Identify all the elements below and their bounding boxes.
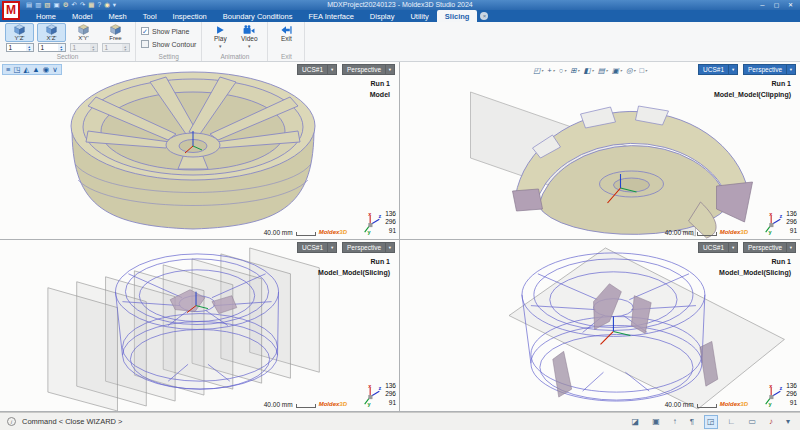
tab-slicing[interactable]: Slicing [437,10,478,22]
close-button[interactable]: ✕ [786,1,795,10]
pointer-icon[interactable]: ↑ [670,415,680,429]
visibility-icon[interactable]: ◎▾ [625,66,637,75]
maximize-button[interactable]: ▢ [772,1,781,10]
projection-dropdown[interactable]: Perspective ▾ [342,242,395,253]
pan-icon[interactable]: +▾ [546,66,555,75]
video-dropdown-caret-icon[interactable]: ▾ [248,44,251,48]
tab-model[interactable]: Model [64,10,100,22]
view-cube-icon[interactable]: ◧▾ [583,66,595,75]
viewport-bottom-left[interactable]: UCS#1 ▾ Perspective ▾ Run 1 Model_Model(… [0,240,400,412]
spinner-arrows-icon[interactable]: ▴▾ [58,44,65,51]
ortho-corner-icon[interactable]: ∟ [725,415,739,429]
chevron-down-icon[interactable]: ▾ [728,64,738,75]
viewport-top-left[interactable]: ≡ ◳ ◭ ▲ ◉ ∨ UCS#1 ▾ Perspective ▾ Run 1 [0,62,400,240]
tab-display[interactable]: Display [362,10,403,22]
ucs-dropdown[interactable]: UCS#1 ▾ [297,242,337,253]
tab-boundary-conditions[interactable]: Boundary Conditions [215,10,301,22]
minimize-button[interactable]: ─ [758,1,767,10]
chevron-down-icon[interactable]: ▾ [327,64,337,75]
section-yz-spinner[interactable]: 1 ▴▾ [6,43,34,52]
new-icon[interactable]: ▥ [35,0,41,10]
selection-box-icon[interactable]: ▣▾ [611,66,623,75]
viewport-grid: ≡ ◳ ◭ ▲ ◉ ∨ UCS#1 ▾ Perspective ▾ Run 1 [0,62,800,412]
scale-bar: 40.00 mm Moldex3D [665,229,748,236]
customize-caret-icon[interactable]: ▾ [113,0,116,10]
ribbon: Y'Z' 1 ▴▾ X'Z' 1 ▴▾ [0,22,800,62]
app-logo[interactable]: M [2,1,20,20]
scale-bar: 40.00 mm Moldex3D [665,401,748,408]
layout-icon[interactable]: ▣ [649,415,663,429]
viewport-top-right[interactable]: ◰▾ +▾ ○▾ ⊞▾ ◧▾ ▤▾ ▣▾ ◎▾ □▾ UCS#1 ▾ Persp… [400,62,800,240]
moldex3d-logo: Moldex3D [720,229,748,236]
projection-dropdown[interactable]: Perspective ▾ [342,64,395,75]
chevron-down-icon[interactable]: ▾ [385,242,395,253]
show-plane-checkbox[interactable]: ✓ Show Plane [141,26,196,36]
tab-tool[interactable]: Tool [135,10,165,22]
projection-dropdown[interactable]: Perspective ▾ [743,64,796,75]
ribbon-group-exit: Exit Exit [268,22,305,61]
scale-bar: 40.00 mm Moldex3D [264,401,347,408]
image-icon[interactable]: ▦ [88,0,94,10]
section-yz-button[interactable]: Y'Z' [5,23,34,42]
projection-dropdown[interactable]: Perspective ▾ [743,242,796,253]
section-free-button[interactable]: Free [101,23,130,42]
help-icon[interactable]: ? [98,0,102,10]
zoom-extents-icon[interactable]: ◰▾ [532,66,544,75]
settings-gear-icon[interactable]: ⚙ [63,0,69,10]
transform-icon[interactable]: ◪ [629,415,643,429]
video-button[interactable]: Video ▾ [236,23,262,48]
wheel-model-solid[interactable] [0,62,399,239]
dropdown-caret-icon[interactable]: ▾ [783,415,793,429]
search-icon[interactable]: ▣ [53,0,59,10]
exit-button[interactable]: Exit [273,23,299,42]
zoom-window-icon[interactable]: ◲ [704,415,718,429]
chevron-down-icon[interactable]: ▾ [385,64,395,75]
display-mode-icon[interactable]: ▤▾ [597,66,609,75]
ucs-dropdown[interactable]: UCS#1 ▾ [297,64,337,75]
group-label-animation: Animation [207,52,262,61]
close-tab-icon[interactable]: × [480,12,488,20]
command-prompt[interactable]: Command < Close WIZARD > [22,417,122,426]
play-dropdown-caret-icon[interactable]: ▾ [219,44,222,48]
ucs-dropdown[interactable]: UCS#1 ▾ [698,64,738,75]
tab-utility[interactable]: Utility [402,10,436,22]
cube-xy-icon [77,24,90,35]
section-xz-button[interactable]: X'Z' [37,23,66,42]
chevron-down-icon[interactable]: ▾ [786,242,796,253]
open-icon[interactable]: ▧ [44,0,50,10]
section-xy-button[interactable]: X'Y' [69,23,98,42]
tab-home[interactable]: Home [28,10,64,22]
tab-mesh[interactable]: Mesh [100,10,134,22]
tab-inspection[interactable]: Inspection [165,10,215,22]
viewport-layout-icon[interactable]: ⊞▾ [569,66,580,75]
model-icon[interactable]: ◭ [23,65,29,75]
ucs-dropdown[interactable]: UCS#1 ▾ [698,242,738,253]
info-icon[interactable]: ◉ [43,65,50,75]
tab-fea-interface[interactable]: FEA Interface [300,10,361,22]
svg-text:y: y [368,229,372,235]
chevron-down-icon[interactable]: ▾ [786,64,796,75]
shaded-view-icon[interactable]: □▾ [638,66,648,75]
chevron-down-icon[interactable]: ▾ [728,242,738,253]
bounding-box-icon[interactable]: ◳ [13,65,20,75]
chevron-down-icon[interactable]: ▾ [327,242,337,253]
zoom-icon[interactable]: ○▾ [558,66,568,75]
ribbon-tab-bar: Home Model Mesh Tool Inspection Boundary… [0,10,800,22]
show-contour-checkbox[interactable]: Show Contour [141,39,196,49]
viewport-bottom-right[interactable]: UCS#1 ▾ Perspective ▾ Run 1 Model_Model(… [400,240,800,412]
note-icon[interactable]: ♪ [766,415,776,429]
section-xz-spinner[interactable]: 1 ▴▾ [38,43,66,52]
status-toolbar: ◪ ▣ ↑ ¶ ◲ ∟ ▭ ♪ ▾ [629,415,793,429]
play-button[interactable]: Play ▾ [207,23,233,48]
spinner-arrows-icon[interactable]: ▴▾ [26,44,33,51]
snapshot-icon[interactable]: ◉ [104,0,110,10]
save-icon[interactable]: ▤ [26,0,32,10]
flag-icon[interactable]: ¶ [687,415,697,429]
expand-chevron-icon[interactable]: ∨ [52,65,58,75]
undo-icon[interactable]: ↶ [71,0,76,10]
cone-icon[interactable]: ▲ [32,65,39,75]
list-icon[interactable]: ≡ [6,65,10,75]
rectangle-select-icon[interactable]: ▭ [745,415,759,429]
redo-icon[interactable]: ↷ [80,0,85,10]
scale-ruler-icon [697,404,717,408]
